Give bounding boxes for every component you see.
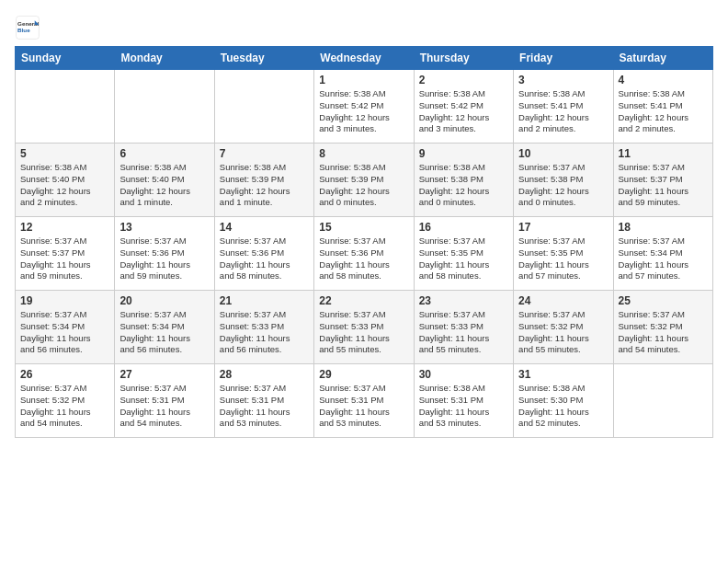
day-info: Sunrise: 5:37 AM Sunset: 5:32 PM Dayligh… — [619, 309, 708, 356]
calendar-week-row: 19Sunrise: 5:37 AM Sunset: 5:34 PM Dayli… — [16, 291, 713, 364]
calendar-cell: 20Sunrise: 5:37 AM Sunset: 5:34 PM Dayli… — [115, 291, 214, 364]
day-number: 18 — [619, 221, 708, 234]
day-info: Sunrise: 5:37 AM Sunset: 5:31 PM Dayligh… — [220, 383, 309, 430]
day-number: 27 — [119, 368, 209, 381]
weekday-header: Saturday — [613, 47, 712, 70]
calendar-cell: 12Sunrise: 5:37 AM Sunset: 5:37 PM Dayli… — [16, 217, 115, 291]
day-number: 9 — [419, 147, 508, 160]
day-number: 17 — [518, 221, 608, 234]
day-number: 22 — [319, 294, 408, 307]
day-info: Sunrise: 5:37 AM Sunset: 5:31 PM Dayligh… — [319, 383, 408, 430]
day-info: Sunrise: 5:37 AM Sunset: 5:36 PM Dayligh… — [220, 236, 309, 282]
calendar-cell: 15Sunrise: 5:37 AM Sunset: 5:36 PM Dayli… — [314, 217, 414, 291]
day-number: 7 — [220, 147, 309, 160]
calendar-cell: 13Sunrise: 5:37 AM Sunset: 5:36 PM Dayli… — [115, 217, 214, 291]
day-number: 26 — [20, 368, 109, 381]
calendar-week-row: 5Sunrise: 5:38 AM Sunset: 5:40 PM Daylig… — [16, 144, 713, 217]
day-number: 30 — [419, 368, 508, 381]
day-number: 25 — [619, 294, 708, 307]
calendar-cell: 21Sunrise: 5:37 AM Sunset: 5:33 PM Dayli… — [214, 291, 313, 364]
calendar-cell: 22Sunrise: 5:37 AM Sunset: 5:33 PM Dayli… — [314, 291, 414, 364]
calendar-cell: 31Sunrise: 5:38 AM Sunset: 5:30 PM Dayli… — [514, 364, 613, 438]
day-info: Sunrise: 5:37 AM Sunset: 5:37 PM Dayligh… — [619, 162, 708, 209]
weekday-header-row: SundayMondayTuesdayWednesdayThursdayFrid… — [16, 47, 713, 70]
day-info: Sunrise: 5:38 AM Sunset: 5:39 PM Dayligh… — [319, 162, 408, 209]
day-number: 3 — [518, 74, 608, 86]
day-number: 16 — [419, 221, 508, 234]
day-info: Sunrise: 5:38 AM Sunset: 5:41 PM Dayligh… — [518, 88, 608, 135]
day-number: 11 — [619, 147, 708, 160]
day-info: Sunrise: 5:38 AM Sunset: 5:40 PM Dayligh… — [20, 162, 109, 209]
calendar-cell — [115, 70, 214, 144]
calendar-cell: 14Sunrise: 5:37 AM Sunset: 5:36 PM Dayli… — [214, 217, 313, 291]
day-number: 6 — [119, 147, 209, 160]
day-info: Sunrise: 5:38 AM Sunset: 5:31 PM Dayligh… — [419, 383, 508, 430]
day-number: 14 — [220, 221, 309, 234]
calendar-cell: 9Sunrise: 5:38 AM Sunset: 5:38 PM Daylig… — [414, 144, 513, 217]
svg-text:Blue: Blue — [17, 27, 30, 33]
day-number: 8 — [319, 147, 408, 160]
day-number: 2 — [419, 74, 508, 86]
calendar-cell: 10Sunrise: 5:37 AM Sunset: 5:38 PM Dayli… — [514, 144, 613, 217]
day-info: Sunrise: 5:38 AM Sunset: 5:38 PM Dayligh… — [419, 162, 508, 209]
calendar-cell: 1Sunrise: 5:38 AM Sunset: 5:42 PM Daylig… — [314, 70, 414, 144]
calendar-cell — [613, 364, 712, 438]
day-info: Sunrise: 5:37 AM Sunset: 5:34 PM Dayligh… — [119, 309, 209, 356]
calendar-cell: 29Sunrise: 5:37 AM Sunset: 5:31 PM Dayli… — [314, 364, 414, 438]
day-info: Sunrise: 5:37 AM Sunset: 5:37 PM Dayligh… — [20, 236, 109, 282]
calendar-cell: 19Sunrise: 5:37 AM Sunset: 5:34 PM Dayli… — [16, 291, 115, 364]
calendar-cell: 4Sunrise: 5:38 AM Sunset: 5:41 PM Daylig… — [613, 70, 712, 144]
day-number: 24 — [518, 294, 608, 307]
day-info: Sunrise: 5:37 AM Sunset: 5:32 PM Dayligh… — [518, 309, 608, 356]
day-info: Sunrise: 5:37 AM Sunset: 5:38 PM Dayligh… — [518, 162, 608, 209]
calendar-cell: 30Sunrise: 5:38 AM Sunset: 5:31 PM Dayli… — [414, 364, 513, 438]
day-number: 15 — [319, 221, 408, 234]
calendar-cell: 3Sunrise: 5:38 AM Sunset: 5:41 PM Daylig… — [514, 70, 613, 144]
day-info: Sunrise: 5:37 AM Sunset: 5:33 PM Dayligh… — [220, 309, 309, 356]
day-info: Sunrise: 5:38 AM Sunset: 5:30 PM Dayligh… — [518, 383, 608, 430]
calendar-cell: 5Sunrise: 5:38 AM Sunset: 5:40 PM Daylig… — [16, 144, 115, 217]
day-number: 5 — [20, 147, 109, 160]
day-number: 28 — [220, 368, 309, 381]
header-area: General Blue — [15, 15, 713, 40]
weekday-header: Wednesday — [314, 47, 414, 70]
calendar-cell: 2Sunrise: 5:38 AM Sunset: 5:42 PM Daylig… — [414, 70, 513, 144]
day-info: Sunrise: 5:37 AM Sunset: 5:34 PM Dayligh… — [20, 309, 109, 356]
weekday-header: Thursday — [414, 47, 513, 70]
weekday-header: Friday — [514, 47, 613, 70]
calendar-cell: 11Sunrise: 5:37 AM Sunset: 5:37 PM Dayli… — [613, 144, 712, 217]
calendar-cell: 18Sunrise: 5:37 AM Sunset: 5:34 PM Dayli… — [613, 217, 712, 291]
day-number: 4 — [619, 74, 708, 86]
calendar-cell — [214, 70, 313, 144]
day-number: 23 — [419, 294, 508, 307]
calendar-cell: 27Sunrise: 5:37 AM Sunset: 5:31 PM Dayli… — [115, 364, 214, 438]
day-number: 29 — [319, 368, 408, 381]
weekday-header: Sunday — [16, 47, 115, 70]
day-number: 21 — [220, 294, 309, 307]
calendar-cell — [16, 70, 115, 144]
day-number: 31 — [518, 368, 608, 381]
calendar-cell: 16Sunrise: 5:37 AM Sunset: 5:35 PM Dayli… — [414, 217, 513, 291]
logo: General Blue — [15, 15, 40, 40]
calendar-week-row: 1Sunrise: 5:38 AM Sunset: 5:42 PM Daylig… — [16, 70, 713, 144]
calendar-cell: 24Sunrise: 5:37 AM Sunset: 5:32 PM Dayli… — [514, 291, 613, 364]
calendar-cell: 25Sunrise: 5:37 AM Sunset: 5:32 PM Dayli… — [613, 291, 712, 364]
day-number: 20 — [119, 294, 209, 307]
weekday-header: Tuesday — [214, 47, 313, 70]
day-info: Sunrise: 5:37 AM Sunset: 5:31 PM Dayligh… — [119, 383, 209, 430]
calendar-cell: 7Sunrise: 5:38 AM Sunset: 5:39 PM Daylig… — [214, 144, 313, 217]
calendar-cell: 8Sunrise: 5:38 AM Sunset: 5:39 PM Daylig… — [314, 144, 414, 217]
day-number: 10 — [518, 147, 608, 160]
logo-icon: General Blue — [15, 15, 40, 40]
calendar: SundayMondayTuesdayWednesdayThursdayFrid… — [15, 46, 713, 438]
weekday-header: Monday — [115, 47, 214, 70]
day-number: 13 — [119, 221, 209, 234]
day-info: Sunrise: 5:37 AM Sunset: 5:33 PM Dayligh… — [419, 309, 508, 356]
day-info: Sunrise: 5:37 AM Sunset: 5:34 PM Dayligh… — [619, 236, 708, 282]
day-info: Sunrise: 5:37 AM Sunset: 5:32 PM Dayligh… — [20, 383, 109, 430]
day-number: 12 — [20, 221, 109, 234]
day-info: Sunrise: 5:38 AM Sunset: 5:42 PM Dayligh… — [319, 88, 408, 135]
day-number: 19 — [20, 294, 109, 307]
calendar-week-row: 12Sunrise: 5:37 AM Sunset: 5:37 PM Dayli… — [16, 217, 713, 291]
calendar-cell: 23Sunrise: 5:37 AM Sunset: 5:33 PM Dayli… — [414, 291, 513, 364]
